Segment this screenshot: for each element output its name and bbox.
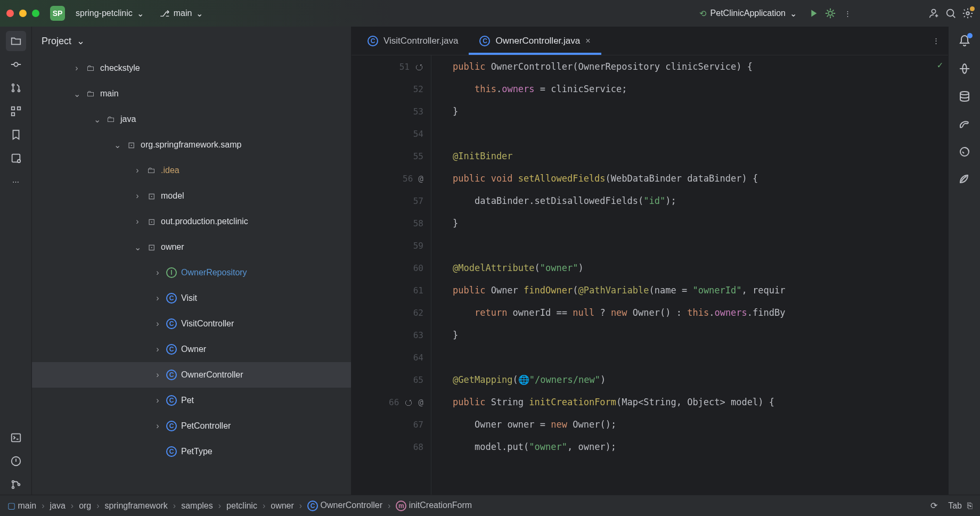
code-with-me-icon[interactable]	[928, 7, 940, 19]
code-line[interactable]: dataBinder.setDisallowedFields("id");	[453, 190, 948, 212]
code-line[interactable]: @GetMapping(🌐"/owners/new")	[453, 368, 948, 391]
ai-status-icon[interactable]: ⟳	[930, 501, 937, 511]
gutter-line[interactable]: 53	[352, 100, 431, 122]
coverage-tool-button[interactable]	[954, 142, 975, 162]
tree-item-pettype[interactable]: CPetType	[32, 439, 351, 464]
code-editor[interactable]: ✓ public OwnerController(OwnerRepository…	[431, 55, 948, 495]
breadcrumb-item[interactable]: samples	[181, 501, 213, 511]
gradle-tool-button[interactable]	[954, 114, 975, 134]
code-line[interactable]: return ownerId == null ? new Owner() : t…	[453, 301, 948, 324]
gutter-line[interactable]: 62	[352, 301, 431, 324]
breadcrumb-item[interactable]: java	[50, 501, 65, 511]
breadcrumb-item[interactable]: C OwnerController	[307, 501, 382, 511]
tree-item-ownerrepository[interactable]: ›IOwnerRepository	[32, 260, 351, 285]
code-line[interactable]: public String initCreationForm(Map<Strin…	[453, 391, 948, 413]
code-line[interactable]	[453, 234, 948, 257]
spring-tool-button[interactable]	[954, 169, 975, 190]
problems-tool-button[interactable]	[6, 451, 26, 471]
gutter-line[interactable]: 57	[352, 190, 431, 212]
gutter-line[interactable]: 66⭯@	[352, 391, 431, 413]
tree-item-org-springframework-samp[interactable]: ⌄⊡org.springframework.samp	[32, 132, 351, 158]
gutter-line[interactable]: 54	[352, 122, 431, 145]
gutter-line[interactable]: 52	[352, 78, 431, 100]
gutter-line[interactable]: 55	[352, 145, 431, 167]
settings-icon[interactable]	[962, 7, 974, 19]
ai-assistant-button[interactable]	[954, 59, 975, 79]
code-line[interactable]: model.put("owner", owner);	[453, 436, 948, 458]
tree-item--idea[interactable]: ›🗀.idea	[32, 158, 351, 183]
tabs-more-button[interactable]: ⋮	[924, 27, 948, 55]
breadcrumb-item[interactable]: petclinic	[226, 501, 257, 511]
notifications-button[interactable]	[954, 31, 975, 51]
gutter-line[interactable]: 63	[352, 324, 431, 346]
project-pane-header[interactable]: Project ⌄	[32, 27, 351, 55]
tree-item-model[interactable]: ›⊡model	[32, 183, 351, 209]
tree-item-visitcontroller[interactable]: ›CVisitController	[32, 311, 351, 337]
bookmarks-tool-button[interactable]	[6, 125, 26, 145]
editor-tab[interactable]: COwnerController.java×	[469, 27, 601, 55]
search-icon[interactable]	[945, 7, 957, 19]
breadcrumb-item[interactable]: owner	[271, 501, 294, 511]
editor-gutter[interactable]: 51⭯5253545556@57585960616263646566⭯@6768	[352, 55, 431, 495]
more-menu[interactable]: ⋮	[842, 7, 853, 19]
gutter-line[interactable]: 68	[352, 436, 431, 458]
breadcrumb-item[interactable]: ▢ main	[7, 501, 36, 511]
tree-item-main[interactable]: ⌄🗀main	[32, 81, 351, 107]
close-tab-icon[interactable]: ×	[585, 36, 590, 46]
code-line[interactable]: @ModelAttribute("owner")	[453, 257, 948, 279]
gutter-line[interactable]: 67	[352, 413, 431, 436]
run-button[interactable]	[807, 7, 819, 19]
tree-item-owner[interactable]: ⌄⊡owner	[32, 234, 351, 260]
inspection-ok-icon[interactable]: ✓	[937, 60, 943, 70]
gutter-line[interactable]: 61	[352, 279, 431, 301]
project-tool-button[interactable]	[6, 31, 26, 51]
close-window-button[interactable]	[6, 10, 14, 17]
breadcrumb-item[interactable]: org	[79, 501, 91, 511]
editor-tab[interactable]: CVisitController.java	[357, 27, 469, 55]
branch-selector[interactable]: ⎇ main ⌄	[154, 6, 209, 21]
breadcrumb-item[interactable]: m initCreationForm	[396, 501, 472, 511]
code-line[interactable]: this.owners = clinicService;	[453, 78, 948, 100]
status-indent-icon[interactable]: ⎘	[967, 501, 973, 511]
terminal-tool-button[interactable]	[6, 428, 26, 448]
gutter-line[interactable]: 59	[352, 234, 431, 257]
project-selector[interactable]: spring-petclinic ⌄	[70, 6, 149, 21]
structure-tool-button[interactable]	[6, 101, 26, 121]
gutter-line[interactable]: 60	[352, 257, 431, 279]
maximize-window-button[interactable]	[32, 10, 39, 17]
commit-tool-button[interactable]	[6, 54, 26, 75]
gutter-line[interactable]: 64	[352, 346, 431, 368]
code-line[interactable]: Owner owner = new Owner();	[453, 413, 948, 436]
database-tool-button[interactable]	[954, 86, 975, 107]
tree-item-ownercontroller[interactable]: ›COwnerController	[32, 362, 351, 388]
breadcrumbs[interactable]: ▢ main›java›org›springframework›samples›…	[7, 501, 472, 511]
code-line[interactable]: public OwnerController(OwnerRepository c…	[453, 55, 948, 78]
breadcrumb-item[interactable]: springframework	[105, 501, 168, 511]
tree-item-java[interactable]: ⌄🗀java	[32, 107, 351, 132]
run-config-selector[interactable]: ⟲ PetClinicApplication ⌄	[694, 6, 802, 21]
gutter-line[interactable]: 65	[352, 368, 431, 391]
code-line[interactable]	[453, 122, 948, 145]
code-line[interactable]: @InitBinder	[453, 145, 948, 167]
tree-item-owner[interactable]: ›COwner	[32, 337, 351, 362]
code-line[interactable]: public void setAllowedFields(WebDataBind…	[453, 167, 948, 190]
minimize-window-button[interactable]	[19, 10, 27, 17]
gutter-line[interactable]: 51⭯	[352, 55, 431, 78]
project-tree[interactable]: ›🗀checkstyle⌄🗀main⌄🗀java⌄⊡org.springfram…	[32, 55, 351, 495]
code-line[interactable]	[453, 346, 948, 368]
code-line[interactable]: }	[453, 100, 948, 122]
debug-button[interactable]	[824, 7, 836, 19]
code-line[interactable]: public Owner findOwner(@PathVariable(nam…	[453, 279, 948, 301]
database-view-button[interactable]	[6, 148, 26, 168]
tree-item-out-production-petclinic[interactable]: ›⊡out.production.petclinic	[32, 209, 351, 234]
tree-item-petcontroller[interactable]: ›CPetController	[32, 413, 351, 439]
code-line[interactable]: }	[453, 212, 948, 234]
code-line[interactable]: }	[453, 324, 948, 346]
gutter-line[interactable]: 58	[352, 212, 431, 234]
tree-item-pet[interactable]: ›CPet	[32, 388, 351, 413]
more-tools-button[interactable]: ⋯	[6, 171, 26, 192]
gutter-line[interactable]: 56@	[352, 167, 431, 190]
pull-requests-button[interactable]	[6, 78, 26, 98]
tree-item-checkstyle[interactable]: ›🗀checkstyle	[32, 55, 351, 81]
vcs-tool-button[interactable]	[6, 474, 26, 495]
